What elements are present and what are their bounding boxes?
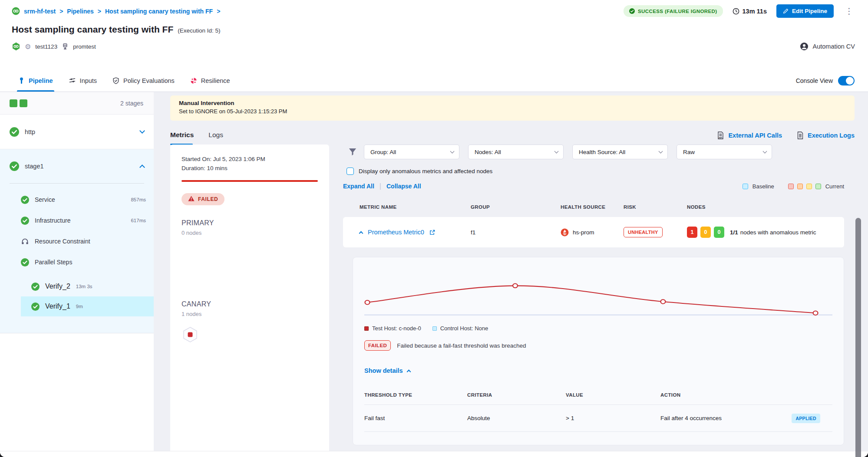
main-tabbar: Pipeline Inputs Policy Evaluations Resil… [0,69,868,92]
chevron-down-icon [450,149,455,154]
user-avatar-icon [800,42,809,51]
view-mode-select[interactable]: Raw [677,145,772,159]
shield-check-icon [112,77,119,84]
breadcrumb-pipeline[interactable]: Host sampling canary testing with FF [105,8,213,15]
edit-pipeline-label: Edit Pipeline [792,8,827,14]
tab-pipeline[interactable]: Pipeline [18,69,53,92]
sidebar-stage-stage1[interactable]: stage1 [0,149,154,183]
group-filter-select[interactable]: Group: All [364,145,459,159]
metric-chart [364,269,832,320]
control-host-swatch [432,326,437,331]
environment-name[interactable]: promtest [73,43,96,50]
nodes-filter-select[interactable]: Nodes: All [468,145,564,159]
baseline-swatch [743,184,748,189]
tab-logs[interactable]: Logs [208,131,223,140]
document-icon [797,132,804,139]
col-threshold-type: THRESHOLD TYPE [364,392,467,398]
summary-duration: Duration: 10 mins [182,164,318,173]
step-label: Parallel Steps [35,259,140,266]
stage-success-square [10,99,17,107]
group-filter-value: Group: All [370,149,396,155]
breadcrumb-separator: > [59,8,63,15]
breadcrumb-pipelines[interactable]: Pipelines [67,8,93,15]
execution-id: (Execution Id: 5) [178,27,220,34]
stage-label: stage1 [25,163,135,170]
check-circle-icon [21,217,29,225]
collapse-all-link[interactable]: Collapse All [386,183,421,190]
step-duration: 9m [76,304,83,309]
anomalous-only-checkbox[interactable] [347,168,354,175]
chevron-down-icon[interactable] [139,128,145,134]
console-view-toggle[interactable] [838,76,855,85]
edit-pipeline-button[interactable]: Edit Pipeline [776,4,834,18]
sidebar-stage-http[interactable]: http [0,115,154,149]
canary-node-count: 1 nodes [182,311,318,317]
failure-reason-text: Failed because a fail-fast threshold was… [397,342,526,349]
tab-inputs-label: Inputs [80,77,97,84]
step-duration: 857ms [131,197,146,202]
stage-count-label: 2 stages [120,100,143,107]
step-duration: 617ms [131,218,146,223]
metric-chart-container [364,269,832,320]
tab-metrics[interactable]: Metrics [170,131,194,140]
metric-name-link[interactable]: Prometheus Metric0 [368,229,424,236]
breadcrumb-separator: > [98,8,101,15]
threshold-table-row: Fail fast Absolute > 1 Fail after 4 occu… [364,405,832,432]
sidebar-step-verify-2[interactable]: Verify_2 13m 3s [21,276,154,296]
test-host-label: Test Host: c-node-0 [372,325,421,332]
started-on: Started On: Jul 5, 2023 1:06 PM [182,155,318,164]
svg-text:API: API [719,136,723,139]
sidebar-step-resource-constraint[interactable]: Resource Constraint [0,231,154,252]
execution-duration: 13m 11s [733,8,767,15]
expand-all-link[interactable]: Expand All [343,183,374,190]
collapse-row-chevron-icon[interactable] [359,231,363,235]
external-link-icon[interactable] [429,230,435,235]
chevron-down-icon [554,149,559,154]
failed-status-label: FAILED [198,196,218,202]
chevron-up-icon[interactable] [139,164,145,170]
sidebar-step-parallel-steps[interactable]: Parallel Steps [0,252,154,273]
health-source-filter-select[interactable]: Health Source: All [572,145,668,159]
execution-logs-link[interactable]: Execution Logs [797,132,855,139]
show-details-link[interactable]: Show details [364,367,832,374]
external-api-calls-label: External API Calls [728,132,782,139]
check-circle-icon [629,8,635,14]
sidebar-step-infrastructure[interactable]: Infrastructure 617ms [0,210,154,231]
tab-policy-evaluations-label: Policy Evaluations [123,77,175,84]
banner-title: Manual Intervention [179,100,846,106]
failed-status-pill: FAILED [182,193,224,205]
vertical-scrollbar[interactable] [855,218,861,457]
sidebar-step-verify-1[interactable]: Verify_1 9m [21,296,154,316]
gear-icon: ⚙ [25,43,31,51]
sidebar-step-service[interactable]: Service 857ms [0,189,154,210]
failure-reason-row: FAILED Failed because a fail-fast thresh… [364,340,832,351]
more-options-menu-icon[interactable]: ⋮ [843,6,855,16]
value-value: > 1 [566,415,660,421]
filter-funnel-icon[interactable] [348,148,357,156]
breadcrumb-project[interactable]: srm-hf-test [24,8,56,15]
nodes-filter-value: Nodes: All [475,149,501,155]
tab-resilience[interactable]: Resilience [190,69,230,92]
current-swatch-yellow [806,184,812,189]
check-circle-icon [31,302,40,311]
metric-table-row[interactable]: Prometheus Metric0 f1 hs-prom UNHEALTHY [343,217,844,247]
external-api-calls-link[interactable]: API External API Calls [717,132,782,139]
chart-legend: Test Host: c-node-0 Control Host: None [364,325,832,332]
user-name[interactable]: Automation CV [812,43,855,50]
col-risk: RISK [624,204,687,210]
duration-value: 13m 11s [743,8,767,15]
service-name[interactable]: test1123 [35,43,57,50]
canary-node-hexagon[interactable] [182,326,199,343]
check-circle-icon [10,161,19,171]
tab-policy-evaluations[interactable]: Policy Evaluations [112,69,175,92]
chevron-down-icon [659,149,663,154]
applied-badge: APPLIED [792,414,820,423]
step-label: Resource Constraint [35,238,140,245]
execution-sidebar: 2 stages http stage1 [0,92,154,451]
show-details-label: Show details [364,367,403,374]
tab-inputs[interactable]: Inputs [69,69,97,92]
metric-detail-card: Test Host: c-node-0 Control Host: None F… [353,257,844,445]
verification-summary-card: Started On: Jul 5, 2023 1:06 PM Duration… [170,145,329,451]
threshold-table-header: THRESHOLD TYPE CRITERIA VALUE ACTION [364,392,832,405]
col-value: VALUE [566,392,660,398]
